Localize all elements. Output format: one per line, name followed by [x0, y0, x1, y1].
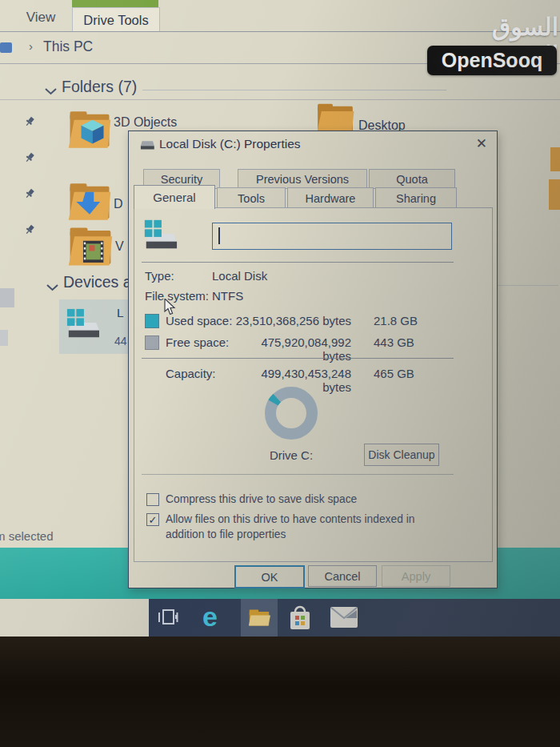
file-explorer-icon — [248, 606, 270, 632]
folder-sliver-icon — [549, 179, 560, 210]
tab-quota[interactable]: Quota — [369, 169, 455, 189]
mail-icon[interactable] — [330, 607, 358, 632]
folder-downloads-icon — [67, 179, 112, 227]
tab-sharing[interactable]: Sharing — [375, 187, 457, 209]
folder-tile-label: V — [115, 239, 124, 254]
toolbar-divider — [0, 99, 560, 100]
tab-security-label: Security — [161, 173, 202, 186]
ribbon-manage-contextual-bar — [72, 0, 158, 7]
drive-tile-local-disk[interactable]: L 44 — [59, 299, 138, 354]
disk-usage-donut-chart — [259, 381, 323, 448]
folder-3d-objects-icon — [67, 107, 112, 155]
tab-hardware-label: Hardware — [306, 192, 356, 205]
folder-tile-label: 3D Objects — [114, 115, 177, 130]
edge-browser-icon[interactable]: e — [202, 603, 218, 630]
tab-sharing-label: Sharing — [396, 192, 436, 205]
status-bar-selection: m selected — [0, 529, 54, 543]
properties-dialog: Local Disk (C:) Properties ✕ Security Pr… — [128, 131, 498, 588]
tab-previous-versions-label: Previous Versions — [256, 173, 349, 186]
apply-button-label: Apply — [402, 570, 430, 583]
ribbon-tab-drive-tools-label: Drive Tools — [83, 13, 148, 28]
drive-tile-detail: 44 — [114, 335, 127, 347]
apply-button-disabled[interactable]: Apply — [382, 565, 450, 587]
type-label: Type: — [145, 269, 174, 283]
dialog-title: Local Disk (C:) Properties — [159, 137, 301, 151]
this-pc-icon — [0, 42, 12, 53]
file-explorer-taskbar-button[interactable] — [241, 599, 278, 637]
local-disk-icon — [64, 307, 101, 344]
ribbon-tab-view[interactable]: View — [14, 5, 67, 30]
task-view-icon[interactable] — [157, 606, 179, 632]
laptop-bezel — [0, 637, 560, 747]
check-icon: ✓ — [149, 515, 158, 525]
compress-drive-checkbox[interactable] — [146, 493, 159, 506]
folder-sliver-icon — [550, 147, 560, 171]
tab-hardware[interactable]: Hardware — [287, 187, 374, 209]
devices-collapse-chevron-icon[interactable] — [46, 280, 58, 295]
free-space-size: 443 GB — [374, 335, 414, 349]
tab-general-label: General — [153, 191, 195, 204]
used-space-bytes: 23,510,368,256 bytes — [231, 314, 351, 327]
taskbar: e — [0, 599, 560, 637]
tab-general[interactable]: General — [134, 185, 215, 209]
compress-drive-label: Compress this drive to save disk space — [166, 493, 357, 505]
ok-button-label: OK — [262, 571, 278, 584]
cancel-button[interactable]: Cancel — [308, 565, 377, 587]
mouse-cursor-icon — [164, 299, 178, 319]
volume-label-input[interactable] — [212, 223, 452, 250]
used-space-swatch — [145, 314, 159, 328]
pin-icon — [24, 224, 35, 239]
watermark-opensooq-badge: OpenSooq — [427, 46, 557, 75]
disk-cleanup-button[interactable]: Disk Cleanup — [364, 444, 439, 466]
ribbon-tab-view-label: View — [26, 10, 56, 26]
used-space-size: 21.8 GB — [374, 314, 418, 327]
pin-icon — [24, 188, 35, 203]
folder-tile-desktop[interactable]: Desktop — [315, 102, 427, 135]
folder-tile-label: D — [114, 197, 123, 211]
section-divider — [142, 358, 454, 359]
tab-previous-versions[interactable]: Previous Versions — [238, 169, 367, 189]
breadcrumb-location[interactable]: This PC — [43, 38, 93, 55]
capacity-label: Capacity: — [166, 367, 216, 380]
pin-icon — [24, 152, 35, 167]
drive-letter-caption: Drive C: — [247, 448, 335, 462]
capacity-size: 465 GB — [374, 367, 414, 380]
cancel-button-label: Cancel — [324, 570, 360, 583]
pin-icon — [24, 116, 35, 131]
allow-indexing-label: Allow files on this drive to have conten… — [166, 512, 442, 542]
section-divider — [142, 262, 454, 263]
tab-quota-label: Quota — [396, 173, 428, 186]
free-space-swatch — [145, 335, 159, 350]
close-icon[interactable]: ✕ — [476, 135, 487, 152]
section-divider — [142, 474, 454, 475]
folders-collapse-chevron-icon[interactable] — [45, 84, 57, 98]
free-space-label: Free space: — [166, 335, 229, 349]
file-system-value: NTFS — [212, 289, 243, 303]
disk-cleanup-label: Disk Cleanup — [368, 448, 434, 461]
allow-indexing-checkbox[interactable]: ✓ — [146, 513, 159, 526]
folder-videos-icon — [67, 223, 114, 273]
watermark-opensooq-label: OpenSooq — [442, 49, 542, 72]
folders-group-rule — [142, 90, 446, 90]
laptop-screen: View Drive Tools › This PC السوق المفتوح… — [0, 0, 560, 637]
nav-pane-fragment — [0, 288, 14, 307]
nav-pane-fragment — [0, 330, 8, 346]
volume-drive-icon — [142, 218, 178, 256]
devices-group-rule — [498, 285, 558, 286]
tab-tools[interactable]: Tools — [217, 187, 286, 209]
folders-group-header[interactable]: Folders (7) — [62, 78, 137, 96]
devices-group-header[interactable]: Devices a — [63, 273, 132, 291]
ok-button[interactable]: OK — [234, 565, 305, 588]
taskbar-search-box[interactable] — [0, 599, 149, 637]
ribbon-tab-drive-tools[interactable]: Drive Tools — [72, 7, 160, 32]
dialog-drive-icon — [138, 139, 155, 155]
tab-tools-label: Tools — [238, 192, 265, 205]
drive-tile-label: L — [117, 306, 124, 320]
text-caret — [218, 227, 220, 244]
breadcrumb-chevron-icon: › — [29, 39, 33, 53]
store-icon[interactable] — [288, 604, 312, 634]
type-value: Local Disk — [212, 269, 267, 283]
